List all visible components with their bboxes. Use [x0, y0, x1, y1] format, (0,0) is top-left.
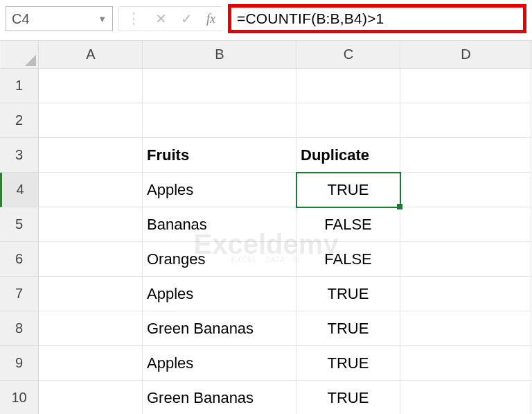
- formula-text: =COUNTIF(B:B,B4)>1: [237, 10, 384, 27]
- enter-icon[interactable]: ✓: [181, 10, 193, 27]
- row-header[interactable]: 7: [0, 277, 39, 311]
- cell-B8[interactable]: Green Bananas: [143, 311, 296, 346]
- row-header[interactable]: 9: [0, 346, 39, 381]
- cell-C2[interactable]: [296, 103, 400, 138]
- cell-text: Apples: [147, 354, 193, 372]
- cell-A7[interactable]: [39, 277, 143, 311]
- cell-D4[interactable]: [400, 173, 531, 207]
- cell-D1[interactable]: [400, 69, 531, 103]
- cell-A3[interactable]: [39, 138, 143, 173]
- vertical-divider: ⋮: [126, 11, 141, 26]
- cell-text: Green Bananas: [147, 320, 254, 338]
- cell-A10[interactable]: [39, 381, 143, 414]
- cell-text: TRUE: [328, 354, 369, 372]
- cell-text: TRUE: [328, 181, 369, 199]
- row-header[interactable]: 8: [0, 311, 39, 346]
- cell-A1[interactable]: [39, 69, 143, 103]
- cell-C10[interactable]: TRUE: [296, 381, 400, 414]
- formula-input[interactable]: =COUNTIF(B:B,B4)>1: [228, 4, 526, 33]
- name-box-value: C4: [12, 11, 30, 27]
- col-header-C[interactable]: C: [296, 41, 400, 68]
- cell-C3[interactable]: Duplicate: [296, 138, 400, 173]
- cell-text: TRUE: [328, 320, 369, 338]
- cell-D9[interactable]: [400, 346, 531, 381]
- chevron-down-icon[interactable]: ▼: [98, 14, 107, 24]
- cell-B2[interactable]: [143, 103, 296, 138]
- insert-function-icon[interactable]: fx: [206, 12, 215, 26]
- cell-B7[interactable]: Apples: [143, 277, 296, 311]
- cell-C6[interactable]: FALSE: [296, 242, 400, 277]
- cell-B9[interactable]: Apples: [143, 346, 296, 381]
- cell-text: TRUE: [328, 389, 369, 407]
- cell-text: TRUE: [328, 285, 369, 303]
- row-header[interactable]: 5: [0, 207, 39, 242]
- cell-text: Green Bananas: [147, 389, 254, 407]
- cell-B3[interactable]: Fruits: [143, 138, 296, 173]
- cell-D7[interactable]: [400, 277, 531, 311]
- cell-text: Fruits: [147, 146, 189, 164]
- spreadsheet-grid: A B C D 1 2 3 Fruits Duplicate 4 Apples …: [0, 41, 532, 414]
- cell-C9[interactable]: TRUE: [296, 346, 400, 381]
- cell-D3[interactable]: [400, 138, 531, 173]
- formula-bar: C4 ▼ ⋮ ✕ ✓ fx =COUNTIF(B:B,B4)>1: [0, 0, 532, 41]
- cell-A9[interactable]: [39, 346, 143, 381]
- row-header[interactable]: 4: [0, 173, 39, 207]
- row-header[interactable]: 1: [0, 69, 39, 103]
- formula-bar-controls: ⋮ ✕ ✓ fx: [118, 6, 222, 31]
- cell-A5[interactable]: [39, 207, 143, 242]
- cell-text: Duplicate: [301, 146, 369, 164]
- cell-text: Bananas: [147, 216, 207, 234]
- row-header[interactable]: 10: [0, 381, 39, 414]
- cell-text: Apples: [147, 181, 193, 199]
- cell-D5[interactable]: [400, 207, 531, 242]
- cell-C4[interactable]: TRUE: [296, 173, 400, 207]
- col-header-A[interactable]: A: [39, 41, 143, 68]
- cell-C8[interactable]: TRUE: [296, 311, 400, 346]
- cell-text: Oranges: [147, 250, 205, 268]
- cancel-icon[interactable]: ✕: [155, 10, 167, 27]
- column-headers: A B C D: [0, 41, 532, 69]
- grid-body: 1 2 3 Fruits Duplicate 4 Apples TRUE 5 B…: [0, 69, 532, 414]
- name-box[interactable]: C4 ▼: [6, 6, 113, 31]
- row-header[interactable]: 3: [0, 138, 39, 173]
- cell-D2[interactable]: [400, 103, 531, 138]
- cell-A4[interactable]: [39, 173, 143, 207]
- cell-C7[interactable]: TRUE: [296, 277, 400, 311]
- cell-B4[interactable]: Apples: [143, 173, 296, 207]
- col-header-B[interactable]: B: [143, 41, 296, 68]
- cell-D10[interactable]: [400, 381, 531, 414]
- row-header[interactable]: 2: [0, 103, 39, 138]
- cell-A6[interactable]: [39, 242, 143, 277]
- cell-B5[interactable]: Bananas: [143, 207, 296, 242]
- cell-B6[interactable]: Oranges: [143, 242, 296, 277]
- row-header[interactable]: 6: [0, 242, 39, 277]
- cell-D8[interactable]: [400, 311, 531, 346]
- col-header-D[interactable]: D: [400, 41, 531, 68]
- cell-text: Apples: [147, 285, 193, 303]
- cell-text: FALSE: [324, 250, 371, 268]
- select-all-button[interactable]: [0, 41, 39, 68]
- cell-A8[interactable]: [39, 311, 143, 346]
- cell-B10[interactable]: Green Bananas: [143, 381, 296, 414]
- cell-C1[interactable]: [296, 69, 400, 103]
- cell-C5[interactable]: FALSE: [296, 207, 400, 242]
- cell-text: FALSE: [324, 216, 371, 234]
- cell-B1[interactable]: [143, 69, 296, 103]
- cell-D6[interactable]: [400, 242, 531, 277]
- cell-A2[interactable]: [39, 103, 143, 138]
